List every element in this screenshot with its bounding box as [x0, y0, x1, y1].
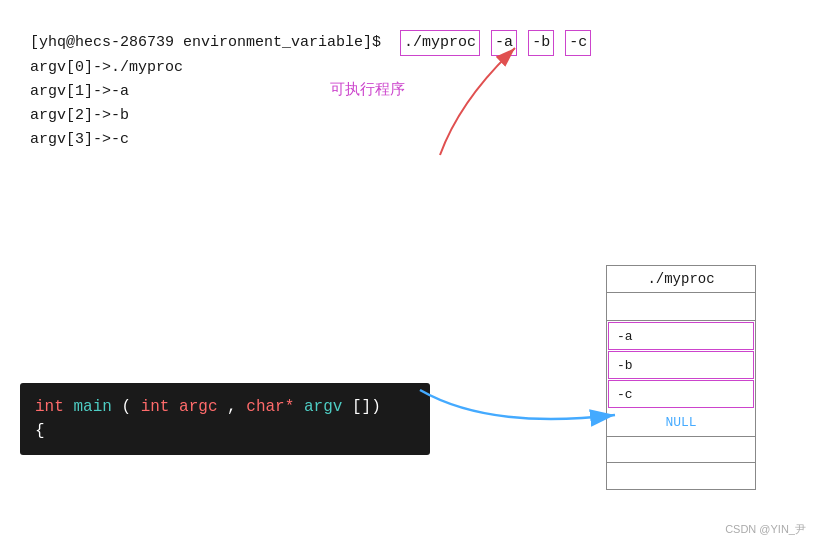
output-line-2: argv[2]->-b [30, 104, 791, 128]
table-cell-empty2 [607, 463, 755, 489]
terminal-prompt-line: [yhq@hecs-286739 environment_variable]$ … [30, 30, 791, 56]
output-line-1: argv[1]->-a [30, 80, 791, 104]
keyword-int2: int [141, 398, 170, 416]
keyword-main: main [73, 398, 111, 416]
code-block: int main ( int argc , char* argv []) { [20, 383, 430, 455]
output-line-0: argv[0]->./myproc [30, 56, 791, 80]
table-header: ./myproc [607, 266, 755, 293]
executable-label: 可执行程序 [330, 80, 405, 99]
table-cell-b: -b [608, 351, 754, 379]
param-argv: argv [304, 398, 342, 416]
param-argc: argc [179, 398, 217, 416]
cmd-arg-a: -a [491, 30, 517, 56]
argv-table: ./myproc -a -b -c NULL [606, 265, 756, 490]
table-cell-c: -c [608, 380, 754, 408]
paren-open: ( [121, 398, 131, 416]
terminal-section: [yhq@hecs-286739 environment_variable]$ … [30, 30, 791, 152]
cmd-myproc: ./myproc [400, 30, 480, 56]
cmd-arg-b: -b [528, 30, 554, 56]
keyword-int: int [35, 398, 64, 416]
table-cell-null: NULL [607, 409, 755, 437]
code-line-1: int main ( int argc , char* argv []) [35, 395, 415, 419]
prompt-text: [yhq@hecs-286739 environment_variable]$ [30, 34, 381, 51]
table-cell-empty-top [607, 293, 755, 321]
comma: , [227, 398, 246, 416]
table-cell-a: -a [608, 322, 754, 350]
cmd-arg-c: -c [565, 30, 591, 56]
table-cell-empty1 [607, 437, 755, 463]
brackets: []) [352, 398, 381, 416]
code-line-2: { [35, 419, 415, 443]
keyword-char: char* [246, 398, 294, 416]
output-line-3: argv[3]->-c [30, 128, 791, 152]
watermark: CSDN @YIN_尹 [725, 522, 806, 537]
